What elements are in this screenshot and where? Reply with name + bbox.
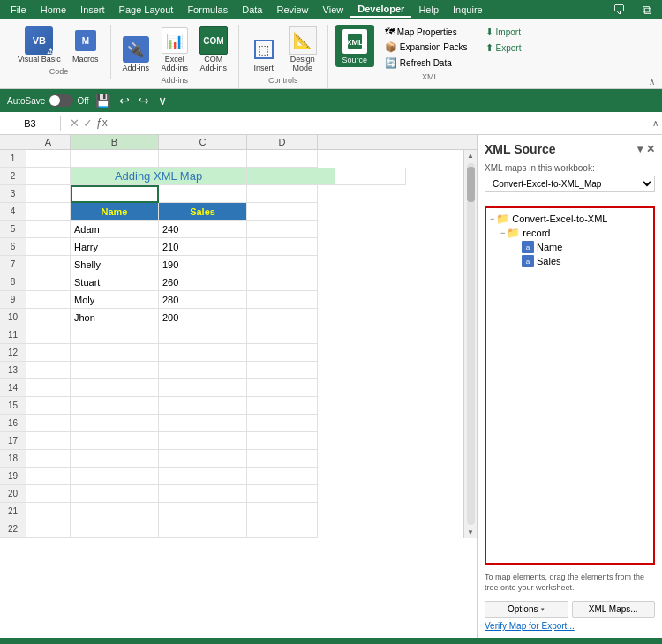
scroll-thumb[interactable]	[467, 167, 475, 202]
row-num-12[interactable]: 12	[0, 344, 26, 362]
row-num-2[interactable]: 2	[0, 168, 26, 185]
visual-basic-button[interactable]: VB ⚠ Visual Basic	[14, 25, 64, 65]
cell-a6[interactable]	[26, 238, 71, 256]
row-num-5[interactable]: 5	[0, 221, 26, 238]
cell-d1[interactable]	[247, 150, 318, 168]
save-icon[interactable]: 💾	[93, 93, 113, 109]
cell-b9[interactable]: Moly	[71, 291, 159, 309]
tree-item-name[interactable]: a Name	[511, 240, 650, 254]
cell-a7[interactable]	[26, 256, 71, 273]
menu-review[interactable]: Review	[269, 3, 315, 17]
cell-b7[interactable]: Shelly	[71, 256, 159, 273]
menu-home[interactable]: Home	[34, 3, 73, 17]
row-num-9[interactable]: 9	[0, 291, 26, 309]
row-num-14[interactable]: 14	[0, 379, 26, 397]
xml-panel-menu-icon[interactable]: ▾	[637, 143, 643, 155]
row-num-10[interactable]: 10	[0, 309, 26, 326]
scroll-down-btn[interactable]: ▼	[467, 527, 474, 538]
menu-view[interactable]: View	[316, 3, 351, 17]
row-num-7[interactable]: 7	[0, 256, 26, 273]
row-num-11[interactable]: 11	[0, 326, 26, 344]
cell-a10[interactable]	[26, 309, 71, 326]
source-button[interactable]: XML Source	[335, 25, 374, 67]
cell-d4[interactable]	[247, 203, 318, 221]
redo-icon[interactable]: ↪	[136, 93, 152, 109]
col-header-a[interactable]: A	[26, 135, 71, 149]
cell-b10[interactable]: Jhon	[71, 309, 159, 326]
cell-c9[interactable]: 280	[159, 291, 247, 309]
expansion-packs-button[interactable]: 📦 Expansion Packs	[381, 40, 471, 55]
menu-formulas[interactable]: Formulas	[180, 3, 235, 17]
cell-c8[interactable]: 260	[159, 273, 247, 291]
row-num-8[interactable]: 8	[0, 273, 26, 291]
cell-a5[interactable]	[26, 221, 71, 238]
addins-button[interactable]: 🔌 Add-ins	[118, 34, 154, 74]
verify-map-link[interactable]: Verify Map for Export...	[485, 621, 655, 631]
cell-d5[interactable]	[247, 221, 318, 238]
cell-d2[interactable]	[335, 168, 406, 185]
confirm-formula-icon[interactable]: ✓	[83, 116, 93, 130]
menu-file[interactable]: File	[4, 3, 34, 17]
insert-button[interactable]: ⬚ Insert	[246, 34, 282, 74]
cancel-formula-icon[interactable]: ✕	[70, 116, 79, 130]
cell-a3[interactable]	[26, 185, 71, 203]
row-num-17[interactable]: 17	[0, 432, 26, 450]
map-properties-button[interactable]: 🗺 Map Properties	[381, 25, 471, 39]
cell-c2[interactable]	[247, 168, 335, 185]
row-num-13[interactable]: 13	[0, 362, 26, 379]
cell-c6[interactable]: 210	[159, 238, 247, 256]
row-num-15[interactable]: 15	[0, 397, 26, 415]
tree-item-sales[interactable]: a Sales	[511, 254, 650, 268]
cell-c3[interactable]	[159, 185, 247, 203]
insert-function-icon[interactable]: ƒx	[96, 116, 108, 130]
import-button[interactable]: ⬇ Import	[482, 25, 525, 40]
row-num-19[interactable]: 19	[0, 468, 26, 485]
cell-d9[interactable]	[247, 291, 318, 309]
autosave-toggle[interactable]	[49, 94, 73, 107]
row-num-16[interactable]: 16	[0, 415, 26, 432]
cell-reference-box[interactable]: B3	[4, 116, 56, 131]
tree-item-root[interactable]: − 📁 Convert-Excel-to-XML	[490, 212, 650, 226]
col-header-b[interactable]: B	[71, 135, 159, 149]
cell-b8[interactable]: Stuart	[71, 273, 159, 291]
cell-c4[interactable]: Sales	[159, 203, 247, 221]
formula-input[interactable]	[113, 118, 652, 129]
undo-icon[interactable]: ↩	[117, 93, 132, 109]
cell-d7[interactable]	[247, 256, 318, 273]
tree-expand-record[interactable]: −	[500, 228, 505, 237]
tree-item-record[interactable]: − 📁 record	[500, 226, 650, 240]
col-header-c[interactable]: C	[159, 135, 247, 149]
ribbon-collapse-icon[interactable]: 🗨	[606, 1, 632, 19]
cell-d3[interactable]	[247, 185, 318, 203]
cell-c7[interactable]: 190	[159, 256, 247, 273]
ribbon-collapse-btn[interactable]: ∧	[649, 77, 655, 88]
cell-a2[interactable]	[26, 168, 71, 185]
menu-page-layout[interactable]: Page Layout	[112, 3, 181, 17]
cell-b1[interactable]	[71, 150, 159, 168]
cell-b3[interactable]	[71, 185, 159, 203]
row-num-3[interactable]: 3	[0, 185, 26, 203]
menu-inquire[interactable]: Inquire	[446, 3, 490, 17]
cell-a9[interactable]	[26, 291, 71, 309]
scroll-up-btn[interactable]: ▲	[467, 150, 474, 161]
xml-panel-close-icon[interactable]: ✕	[646, 143, 655, 155]
row-num-22[interactable]: 22	[0, 520, 26, 538]
vertical-scrollbar[interactable]: ▲ ▼	[463, 150, 477, 538]
menu-data[interactable]: Data	[235, 3, 269, 17]
cell-a4[interactable]	[26, 203, 71, 221]
macros-button[interactable]: M Macros	[68, 25, 103, 65]
cell-b4[interactable]: Name	[71, 203, 159, 221]
design-mode-button[interactable]: 📐 DesignMode	[285, 25, 320, 74]
menu-developer[interactable]: Developer	[350, 2, 411, 18]
options-button[interactable]: Options ▾	[485, 601, 568, 618]
cell-a8[interactable]	[26, 273, 71, 291]
menu-insert[interactable]: Insert	[73, 3, 112, 17]
formula-expand-icon[interactable]: ∧	[652, 118, 658, 128]
excel-addins-button[interactable]: 📊 ExcelAdd-ins	[157, 25, 192, 74]
row-num-20[interactable]: 20	[0, 485, 26, 503]
cell-b2[interactable]: Adding XML Map	[71, 168, 247, 185]
cell-c1[interactable]	[159, 150, 247, 168]
row-num-1[interactable]: 1	[0, 150, 26, 168]
row-num-21[interactable]: 21	[0, 503, 26, 520]
restore-icon[interactable]: ⧉	[636, 1, 658, 19]
